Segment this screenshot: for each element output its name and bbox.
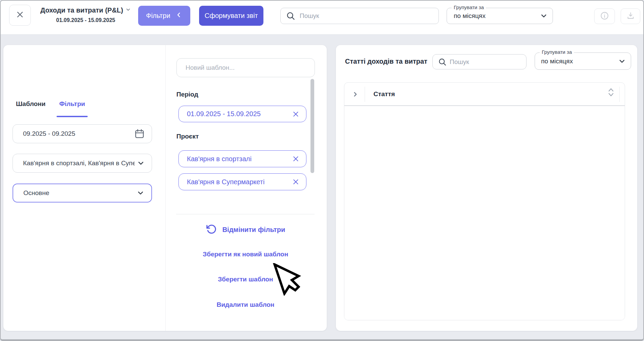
save-as-new-label: Зберегти як новий шаблон [203,251,288,258]
report-title-block: Доходи та витрати (P&L) 01.09.2025 - 15.… [39,6,133,23]
sort-desc-icon [607,93,615,97]
download-button[interactable] [621,8,640,24]
articles-search-field [432,54,527,69]
tab-filters[interactable]: Фільтри [59,100,85,108]
save-as-new-template-button[interactable]: Зберегти як новий шаблон [176,251,315,258]
articles-table-header: Стаття [344,83,625,106]
reset-filters-label: Відмінити фільтри [222,226,285,234]
group-by-value: по місяцях [454,8,486,24]
new-template-input[interactable] [177,59,315,77]
column-separator [365,87,365,102]
chevron-down-icon [125,7,131,14]
calendar-icon [134,128,145,139]
panel-divider [165,45,166,331]
template-panel-scrollbar[interactable] [310,79,314,173]
period-chip-value: 01.09.2025 - 15.09.2025 [187,106,261,122]
projects-select-value: Кав'ярня в спортзалі, Кав'ярня в Суперма… [23,154,135,172]
remove-period-icon[interactable] [292,110,299,118]
period-date-field[interactable]: 09.2025 - 09.2025 [13,124,152,143]
projects-select[interactable]: Кав'ярня в спортзалі, Кав'ярня в Суперма… [13,154,152,173]
remove-project-icon[interactable] [292,155,299,163]
download-icon [626,11,635,22]
sort-asc-icon [607,88,615,92]
period-filter-chip: 01.09.2025 - 15.09.2025 [178,106,306,122]
chevron-down-icon [136,189,145,197]
articles-table-body [344,106,625,320]
header-bar: Доходи та витрати (P&L) 01.09.2025 - 15.… [1,1,643,35]
period-date-value: 09.2025 - 09.2025 [23,125,75,143]
report-articles-card: Статті доходів та витрат Стаття [336,45,637,331]
info-button[interactable] [594,8,615,24]
project-chip-value: Кав'ярня в спортзалі [187,151,252,167]
period-section-label: Період [176,91,198,98]
header-search-input[interactable] [281,8,438,24]
articles-group-by-select[interactable]: Групувати за по місяцях [535,52,631,70]
articles-table: Стаття [344,82,625,320]
close-button[interactable] [9,5,31,26]
chevron-down-icon [540,12,548,20]
report-title-dropdown[interactable]: Доходи та витрати (P&L) [39,6,133,14]
close-icon [15,10,25,21]
group-by-value: по місяцях [541,53,573,69]
expand-all-icon[interactable] [352,91,359,98]
delete-template-button[interactable]: Видалити шаблон [176,301,315,308]
sort-toggle[interactable] [607,88,615,97]
tab-templates[interactable]: Шаблони [16,100,46,108]
header-search-field [280,8,439,24]
reset-filters-button[interactable]: Відмінити фільтри [176,223,315,236]
generate-report-button[interactable]: Сформувати звіт [199,6,263,26]
actions-divider [176,214,315,214]
chevron-left-icon [175,11,183,20]
header-group-by-select[interactable]: Групувати за по місяцях [447,8,553,24]
filters-toggle-button[interactable]: Фільтри [138,6,190,26]
column-separator [619,87,620,102]
active-tab-underline [57,116,88,117]
pnl-report-page: Доходи та витрати (P&L) 01.09.2025 - 15.… [0,0,644,341]
articles-title: Статті доходів та витрат [345,58,427,65]
article-column-header: Стаття [373,90,395,98]
save-template-button[interactable]: Зберегти шаблон [176,276,315,283]
chevron-down-icon [618,57,626,65]
chevron-down-icon [137,159,145,167]
new-template-field [176,58,315,77]
filters-button-label: Фільтри [146,12,170,20]
project-section-label: Проєкт [176,133,199,140]
rotate-ccw-icon [206,223,217,236]
save-template-label: Зберегти шаблон [218,276,273,283]
delete-template-label: Видалити шаблон [217,301,275,308]
report-date-range: 01.09.2025 - 15.09.2025 [39,17,133,23]
remove-project-icon[interactable] [292,178,299,186]
project-filter-chip: Кав'ярня в Супермаркеті [178,173,306,190]
project-filter-chip: Кав'ярня в спортзалі [178,150,306,167]
page-title: Доходи та витрати (P&L) [40,6,123,14]
generate-report-label: Сформувати звіт [205,12,258,20]
section-select-value: Основне [23,184,49,202]
articles-search-input[interactable] [433,55,526,69]
project-chip-value: Кав'ярня в Супермаркеті [187,174,264,190]
info-icon [600,11,609,22]
section-select[interactable]: Основне [13,184,152,203]
